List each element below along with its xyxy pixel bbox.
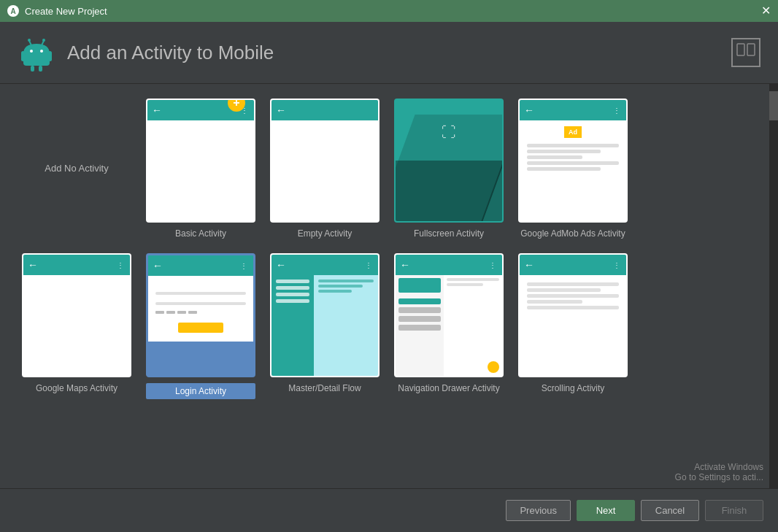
scrollbar-thumb[interactable] [769, 91, 778, 120]
scroll-line [527, 306, 619, 309]
menu-dots-icon: ⋮ [365, 261, 374, 269]
svg-rect-8 [21, 51, 25, 61]
empty-activity-card: ← [270, 99, 380, 223]
menu-dots-icon: ⋮ [613, 261, 622, 269]
scroll-line [527, 300, 582, 304]
activity-item-master[interactable]: ← ⋮ [270, 253, 380, 393]
nav-drawer-header [398, 278, 441, 293]
maps-activity-card: ← ⋮ 📍 [22, 253, 131, 377]
svg-point-5 [28, 39, 31, 42]
svg-rect-11 [39, 66, 42, 72]
login-submit-btn [178, 323, 223, 333]
previous-button[interactable]: Previous [506, 500, 571, 521]
back-arrow-icon: ← [276, 104, 286, 116]
activity-item-login[interactable]: ← ⋮ Login Act [146, 253, 255, 399]
master-item [276, 293, 309, 296]
text-line [527, 161, 619, 165]
master-activity-card: ← ⋮ [270, 253, 380, 377]
admob-activity-card: ← ⋮ Ad [518, 99, 628, 223]
close-button[interactable]: ✕ [761, 5, 771, 17]
login-field2 [155, 302, 246, 305]
login-phone-body [148, 276, 253, 342]
nav-drawer-item [398, 325, 441, 331]
login-field1 [155, 292, 246, 295]
detail-line [318, 280, 374, 282]
title-bar: A Create New Project ✕ [0, 0, 778, 22]
back-arrow-icon: ← [524, 104, 534, 116]
nav-drawer-activity-card: ← ⋮ [394, 253, 504, 377]
activity-item-no-activity[interactable]: Add No Activity [22, 99, 131, 237]
nav-drawer-phone-body [396, 275, 502, 377]
nav-drawer-item [398, 298, 441, 304]
menu-dots-icon: ⋮ [489, 261, 498, 269]
basic-activity-card: ← ⋮ + [146, 99, 255, 223]
nav-fab-area [447, 288, 499, 376]
admob-phone-header: ← ⋮ [520, 100, 626, 120]
back-arrow-icon: ← [153, 260, 163, 271]
mobile-layout-icon [731, 38, 760, 67]
activity-item-basic[interactable]: ← ⋮ + Basic Activity [146, 99, 255, 239]
back-arrow-icon: ← [152, 104, 162, 116]
cancel-button[interactable]: Cancel [641, 500, 699, 521]
scroll-line [527, 282, 619, 286]
svg-point-6 [42, 39, 45, 42]
activity-item-maps[interactable]: ← ⋮ 📍 Google Maps Activity [22, 253, 131, 393]
activities-scroll-area[interactable]: Add No Activity ← ⋮ + Basic Activity [0, 84, 769, 489]
android-logo-icon [18, 34, 55, 72]
activate-windows-watermark: Activate Windows Go to Settings to acti.… [675, 462, 763, 482]
fullscreen-bg: ⛶ [396, 100, 502, 221]
finish-button[interactable]: Finish [705, 500, 763, 521]
activity-item-scrolling[interactable]: ← ⋮ ★ Scrolling Activity [518, 253, 628, 393]
master-item [276, 299, 309, 303]
text-line [527, 150, 601, 153]
activity-item-admob[interactable]: ← ⋮ Ad Google AdMob Ads A [518, 99, 628, 239]
svg-rect-7 [24, 54, 49, 65]
star [155, 311, 164, 314]
title-bar-text: Create New Project [25, 6, 107, 17]
no-activity-label: Add No Activity [45, 163, 108, 174]
basic-activity-label: Basic Activity [175, 228, 226, 239]
title-bar-left: A Create New Project [7, 5, 107, 17]
nav-fab [488, 361, 499, 373]
scrolling-phone-body [520, 275, 626, 317]
nav-main-content [444, 275, 502, 377]
maps-activity-label: Google Maps Activity [36, 383, 118, 393]
admob-activity-label: Google AdMob Ads Activity [520, 228, 625, 239]
back-arrow-icon: ← [28, 259, 38, 271]
page-title: Add an Activity to Mobile [67, 42, 274, 64]
svg-rect-12 [737, 44, 744, 55]
svg-point-1 [30, 50, 33, 53]
detail-line [318, 285, 362, 288]
activity-item-nav-drawer[interactable]: ← ⋮ [394, 253, 504, 393]
nav-drawer-panel [396, 275, 444, 377]
dialog-header: Add an Activity to Mobile [0, 22, 778, 84]
nav-drawer-activity-label: Navigation Drawer Activity [398, 383, 499, 393]
star [188, 311, 197, 314]
android-mini-icon: A [7, 5, 19, 17]
vertical-scrollbar[interactable] [769, 84, 778, 489]
scroll-line [527, 288, 601, 292]
admob-text-lines [524, 141, 622, 174]
login-phone-header: ← ⋮ [148, 255, 253, 276]
activity-item-fullscreen[interactable]: ← ⛶ Fullscreen Activity [394, 99, 504, 239]
fullscreen-activity-label: Fullscreen Activity [414, 228, 484, 239]
text-line [527, 144, 619, 147]
svg-rect-13 [747, 44, 755, 55]
master-left-panel [271, 275, 314, 377]
fullscreen-activity-card: ← ⛶ [394, 99, 504, 223]
next-button[interactable]: Next [577, 500, 635, 521]
empty-phone-header: ← [271, 100, 378, 120]
master-item [276, 286, 309, 290]
activate-windows-line1: Activate Windows [675, 462, 763, 472]
master-phone-header: ← ⋮ [271, 255, 378, 275]
empty-activity-label: Empty Activity [298, 228, 353, 239]
scroll-line [527, 294, 619, 298]
activity-item-empty[interactable]: ← Empty Activity [270, 99, 380, 239]
admob-phone-body: Ad [520, 120, 626, 180]
layout-icon [736, 42, 756, 63]
detail-line [318, 290, 351, 293]
activities-grid: Add No Activity ← ⋮ + Basic Activity [22, 99, 747, 399]
master-phone-body [271, 275, 378, 377]
main-content: Add No Activity ← ⋮ + Basic Activity [0, 84, 778, 489]
login-rating [155, 311, 246, 314]
